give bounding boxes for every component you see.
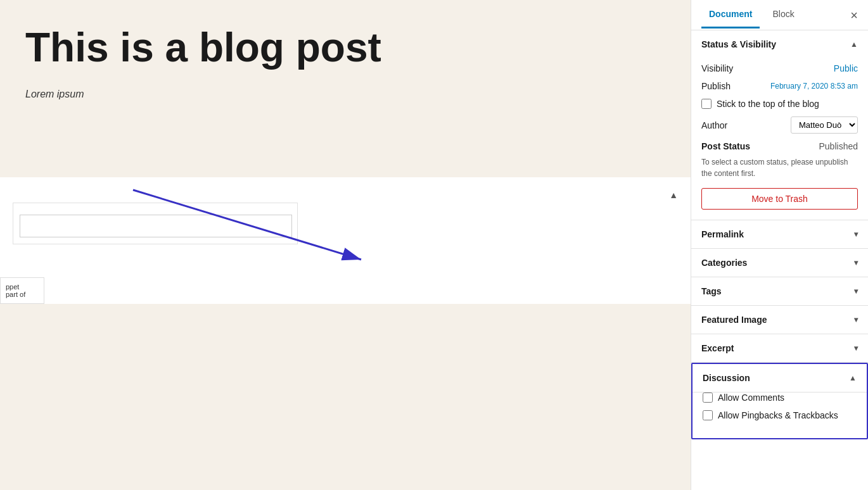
allow-pingbacks-row: Allow Pingbacks & Trackbacks: [703, 410, 857, 420]
publish-row: Publish February 7, 2020 8:53 am: [701, 81, 858, 91]
visibility-value[interactable]: Public: [834, 63, 858, 73]
post-status-value: Published: [819, 141, 858, 151]
snippet-text-1: ppet: [6, 283, 39, 291]
section-featured-image-header[interactable]: Featured Image ▾: [691, 306, 868, 334]
section-excerpt: Excerpt ▾: [691, 334, 868, 363]
main-editor-area: This is a blog post Lorem ipsum ▲ ppet p…: [0, 0, 691, 490]
author-label: Author: [701, 120, 727, 130]
visibility-label: Visibility: [701, 63, 733, 73]
author-row: Author Matteo Duò: [701, 116, 858, 134]
post-status-row: Post Status Published: [701, 141, 858, 151]
close-button[interactable]: ×: [850, 9, 858, 22]
move-to-trash-button[interactable]: Move to Trash: [701, 188, 858, 210]
section-discussion-title: Discussion: [703, 373, 750, 383]
allow-comments-checkbox[interactable]: [703, 393, 713, 403]
chevron-down-icon-categories: ▾: [854, 258, 858, 267]
section-status-visibility-body: Visibility Public Publish February 7, 20…: [691, 58, 868, 220]
lorem-ipsum-text: Lorem ipsum: [25, 89, 665, 100]
publish-date-value[interactable]: February 7, 2020 8:53 am: [770, 82, 858, 91]
allow-pingbacks-checkbox[interactable]: [703, 410, 713, 420]
snippet-block: ppet part of: [0, 277, 44, 304]
section-discussion-header[interactable]: Discussion ▲: [692, 364, 867, 393]
text-input-mock[interactable]: [20, 215, 292, 237]
tab-block[interactable]: Block: [765, 1, 801, 28]
section-categories: Categories ▾: [691, 249, 868, 277]
stick-to-top-label: Stick to the top of the blog: [717, 99, 819, 109]
section-status-visibility-title: Status & Visibility: [701, 39, 776, 49]
section-tags: Tags ▾: [691, 277, 868, 306]
chevron-down-icon-featured: ▾: [854, 315, 858, 324]
content-block: [13, 203, 298, 244]
collapse-button[interactable]: ▲: [669, 190, 678, 200]
allow-comments-row: Allow Comments: [703, 393, 857, 403]
section-tags-header[interactable]: Tags ▾: [691, 277, 868, 305]
chevron-down-icon-excerpt: ▾: [854, 344, 858, 353]
section-permalink-header[interactable]: Permalink ▾: [691, 220, 868, 248]
stick-to-top-row: Stick to the top of the blog: [701, 99, 858, 109]
section-permalink: Permalink ▾: [691, 220, 868, 249]
editor-content-area: ▲ ppet part of: [0, 177, 691, 304]
sidebar-panel: Document Block × Status & Visibility ▲ V…: [691, 0, 868, 490]
sidebar-tabs: Document Block ×: [691, 0, 868, 30]
section-excerpt-header[interactable]: Excerpt ▾: [691, 334, 868, 362]
chevron-up-icon: ▲: [850, 40, 858, 49]
custom-status-hint: To select a custom status, please unpubl…: [701, 156, 858, 179]
snippet-text-2: part of: [6, 291, 39, 298]
section-tags-title: Tags: [701, 286, 722, 296]
allow-comments-label: Allow Comments: [718, 393, 784, 403]
tab-document[interactable]: Document: [701, 1, 760, 28]
chevron-up-icon-discussion: ▲: [849, 374, 857, 382]
post-status-label: Post Status: [701, 141, 750, 151]
chevron-down-icon-tags: ▾: [854, 287, 858, 296]
section-status-visibility: Status & Visibility ▲ Visibility Public …: [691, 30, 868, 220]
section-featured-image: Featured Image ▾: [691, 306, 868, 334]
section-discussion: Discussion ▲ Allow Comments Allow Pingba…: [691, 363, 868, 439]
section-excerpt-title: Excerpt: [701, 343, 734, 353]
hero-section: This is a blog post Lorem ipsum: [0, 0, 691, 177]
author-select[interactable]: Matteo Duò: [791, 116, 858, 134]
section-categories-header[interactable]: Categories ▾: [691, 249, 868, 277]
allow-pingbacks-label: Allow Pingbacks & Trackbacks: [718, 410, 838, 420]
section-categories-title: Categories: [701, 258, 747, 268]
section-featured-image-title: Featured Image: [701, 315, 767, 325]
section-discussion-body: Allow Comments Allow Pingbacks & Trackba…: [692, 393, 867, 438]
visibility-row: Visibility Public: [701, 63, 858, 73]
section-status-visibility-header[interactable]: Status & Visibility ▲: [691, 30, 868, 58]
stick-to-top-checkbox[interactable]: [701, 99, 712, 109]
chevron-down-icon: ▾: [854, 230, 858, 239]
publish-label: Publish: [701, 81, 731, 91]
section-permalink-title: Permalink: [701, 229, 744, 239]
blog-post-title: This is a blog post: [25, 25, 665, 70]
